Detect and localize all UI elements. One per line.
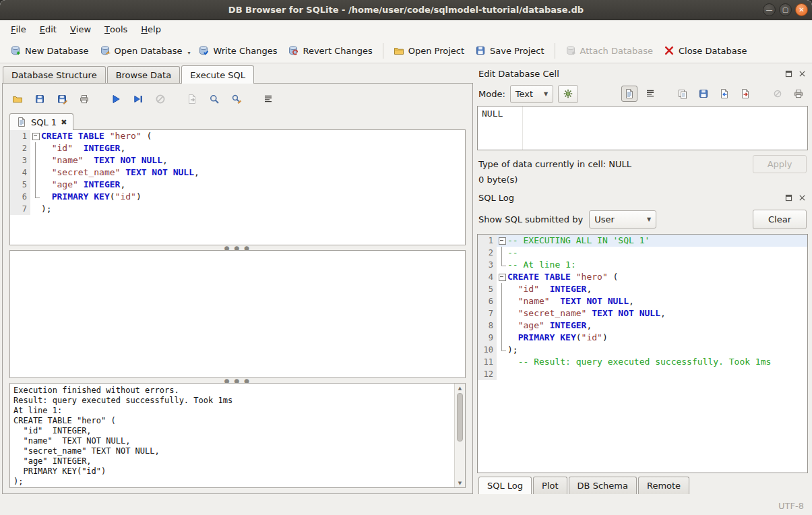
sql-editor-tab[interactable]: SQL 1 ✖: [9, 113, 73, 130]
titlebar[interactable]: DB Browser for SQLite - /home/user/code/…: [0, 0, 812, 20]
tab-database-structure[interactable]: Database Structure: [3, 66, 106, 84]
stop-icon: [155, 94, 166, 104]
maximize-icon[interactable]: ▢: [779, 3, 792, 16]
word-wrap-button[interactable]: [260, 91, 276, 107]
cell-mode-toolbar: Mode: Text ▼: [477, 82, 808, 106]
close-panel-icon[interactable]: [798, 69, 807, 78]
fold-guide: [30, 203, 41, 215]
line-number: 9: [478, 332, 497, 344]
fold-marker-icon[interactable]: [30, 130, 41, 142]
close-icon[interactable]: ✕: [795, 3, 808, 16]
print-icon: [793, 88, 804, 99]
execute-all-button[interactable]: [108, 91, 124, 107]
import-cell-data-button[interactable]: [716, 86, 732, 102]
splitter-handle[interactable]: ● ● ●: [9, 378, 466, 383]
sql-log-view[interactable]: 1-- EXECUTING ALL IN 'SQL 1'2--3-- At li…: [477, 234, 808, 473]
execution-log[interactable]: Execution finished without errors. Resul…: [10, 384, 454, 487]
save-sql-file-as-button[interactable]: [54, 91, 70, 107]
results-grid[interactable]: [9, 250, 466, 378]
save-sql-file-button[interactable]: [32, 91, 48, 107]
print-cell-button[interactable]: [790, 86, 807, 102]
open-database-dropdown-icon[interactable]: ▾: [187, 44, 193, 58]
word-wrap-cell-button[interactable]: [642, 86, 658, 102]
print-sql-button[interactable]: [76, 91, 92, 107]
chevron-down-icon: ▼: [544, 91, 548, 97]
copy-cell-button[interactable]: [675, 86, 691, 102]
db-close-icon: [664, 45, 675, 56]
save-cell-button[interactable]: [695, 86, 712, 102]
edit-cell-title: Edit Database Cell: [478, 69, 784, 79]
chevron-down-icon: ▼: [647, 216, 651, 222]
scrollbar-thumb[interactable]: [457, 393, 463, 442]
tab-sql-log[interactable]: SQL Log: [478, 477, 532, 494]
open-database-button-label: Open Database: [115, 46, 183, 56]
mode-select[interactable]: Text ▼: [510, 85, 553, 103]
mode-label: Mode:: [478, 89, 505, 99]
find-button[interactable]: [206, 91, 222, 107]
fold-marker-icon[interactable]: [497, 235, 507, 247]
menu-edit[interactable]: Edit: [33, 20, 63, 38]
open-project-button[interactable]: Open Project: [388, 42, 470, 59]
sql-editor[interactable]: 1CREATE TABLE "hero" (2 "id" INTEGER,3 "…: [9, 129, 466, 245]
export-cell-data-button[interactable]: [737, 86, 753, 102]
scroll-up-icon[interactable]: ▲: [458, 384, 462, 392]
fold-guide: [497, 295, 507, 307]
write-changes-button[interactable]: Write Changes: [193, 42, 282, 59]
menubar: FileEditViewToolsHelp: [0, 20, 812, 38]
menu-tools[interactable]: Tools: [98, 20, 134, 38]
revert-changes-button[interactable]: Revert Changes: [282, 42, 377, 59]
code-text: "name" TEXT NOT NULL,: [507, 295, 807, 307]
clear-button[interactable]: Clear: [753, 210, 807, 229]
submitted-by-select[interactable]: User ▼: [589, 210, 656, 229]
encoding-indicator[interactable]: UTF-8: [778, 501, 804, 511]
code-line: 3-- At line 1:: [478, 259, 807, 271]
new-database-button[interactable]: New Database: [5, 42, 94, 59]
menu-help[interactable]: Help: [134, 20, 168, 38]
code-text: PRIMARY KEY("id"): [507, 332, 807, 344]
tab-remote[interactable]: Remote: [638, 477, 689, 494]
scroll-down-icon[interactable]: ▼: [458, 479, 462, 487]
cell-editor[interactable]: NULL: [477, 106, 808, 150]
save-project-button[interactable]: Save Project: [470, 42, 550, 59]
tab-browse-data[interactable]: Browse Data: [107, 66, 181, 84]
line-number: 3: [478, 259, 497, 271]
menu-file[interactable]: File: [4, 20, 33, 38]
minimize-icon[interactable]: —: [763, 3, 776, 16]
line-number: 11: [478, 356, 497, 368]
open-sql-file-button[interactable]: [9, 91, 26, 107]
right-pane: Edit Database Cell Mode: Text ▼ NULL Typ…: [473, 63, 812, 497]
execute-current-line-button[interactable]: [130, 91, 146, 107]
attach-db-icon: [565, 45, 576, 56]
code-line: 10);: [478, 344, 807, 356]
line-number: 5: [478, 283, 497, 295]
text-mode-button[interactable]: [621, 86, 637, 102]
line-number: 8: [478, 320, 497, 332]
fold-guide: [30, 166, 41, 179]
close-panel-icon[interactable]: [798, 193, 807, 202]
apply-button[interactable]: Apply: [753, 155, 807, 173]
cell-type-row: Type of data currently in cell: NULL App…: [477, 153, 808, 175]
float-panel-icon[interactable]: [784, 69, 793, 78]
code-line: 5 "id" INTEGER,: [478, 283, 807, 295]
open-database-button[interactable]: Open Database: [94, 42, 188, 59]
fold-marker-icon[interactable]: [497, 271, 507, 283]
statusbar: UTF-8: [0, 497, 812, 515]
splitter-handle[interactable]: ● ● ●: [9, 245, 466, 250]
fold-guide: [30, 142, 41, 154]
close-tab-icon[interactable]: ✖: [61, 118, 67, 127]
float-panel-icon[interactable]: [784, 193, 793, 202]
find-replace-button[interactable]: [228, 91, 245, 107]
menu-view[interactable]: View: [63, 20, 98, 38]
save-file-icon: [698, 88, 709, 99]
fold-guide: [497, 307, 507, 320]
tab-db-schema[interactable]: DB Schema: [569, 477, 637, 494]
tab-plot[interactable]: Plot: [533, 477, 567, 494]
close-database-button[interactable]: Close Database: [658, 42, 753, 59]
export-results-button: [184, 91, 200, 107]
tab-execute-sql[interactable]: Execute SQL: [181, 65, 254, 84]
write-changes-icon: [198, 45, 209, 56]
scrollbar[interactable]: ▲ ▼: [454, 384, 465, 487]
gear-icon: [563, 88, 573, 99]
save-as-icon: [57, 94, 67, 104]
auto-apply-button[interactable]: [558, 85, 578, 103]
